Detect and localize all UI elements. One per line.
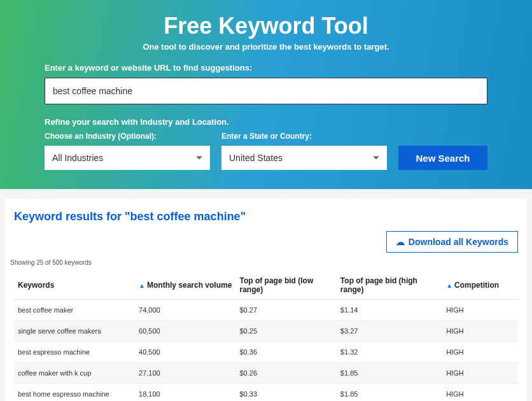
table-row: best coffee maker74,000$0.27$1.14HIGH xyxy=(14,300,518,321)
download-label: Download all Keywords xyxy=(409,237,508,247)
cell-vol: 40,500 xyxy=(135,342,235,363)
cell-low: $0.26 xyxy=(235,363,336,384)
cell-comp: HIGH xyxy=(442,321,518,342)
cloud-download-icon: ☁ xyxy=(396,237,405,247)
industry-select[interactable]: All Industries xyxy=(45,146,210,170)
cell-kw: best espresso machine xyxy=(14,342,135,363)
table-row: best home espresso machine18,100$0.33$1.… xyxy=(14,384,518,402)
cell-kw: best coffee maker xyxy=(14,300,135,321)
cell-high: $1.14 xyxy=(337,300,442,321)
cell-vol: 18,100 xyxy=(135,384,235,402)
showing-count: Showing 25 of 500 keywords xyxy=(10,259,518,266)
results-panel: Keyword results for "best coffee machine… xyxy=(5,199,527,401)
keyword-input-label: Enter a keyword or website URL to find s… xyxy=(45,63,487,73)
cell-kw: single serve coffee makers xyxy=(14,321,135,342)
industry-label: Choose an Industry (Optional): xyxy=(45,132,210,141)
hero-section: Free Keyword Tool One tool to discover a… xyxy=(0,0,532,189)
cell-kw: best home espresso machine xyxy=(14,384,135,402)
table-row: coffee maker with k cup27,100$0.26$1.85H… xyxy=(14,363,518,384)
ads-icon: ▲ xyxy=(139,282,145,289)
chevron-down-icon xyxy=(196,157,202,160)
table-header-row: Keywords ▲Monthly search volume Top of p… xyxy=(14,271,518,300)
cell-vol: 27,100 xyxy=(135,363,235,384)
cell-comp: HIGH xyxy=(442,384,518,402)
cell-high: $1.32 xyxy=(337,342,442,363)
download-all-button[interactable]: ☁ Download all Keywords xyxy=(386,231,518,253)
location-label: Enter a State or Country: xyxy=(221,132,387,141)
col-bid-high: Top of page bid (high range) xyxy=(337,271,442,300)
page-title: Free Keyword Tool xyxy=(45,13,487,39)
cell-low: $0.33 xyxy=(235,384,336,402)
col-volume: ▲Monthly search volume xyxy=(135,271,235,300)
col-competition: ▲Competition xyxy=(442,271,518,300)
results-table: Keywords ▲Monthly search volume Top of p… xyxy=(14,271,518,401)
cell-kw: coffee maker with k cup xyxy=(14,363,135,384)
cell-comp: HIGH xyxy=(442,363,518,384)
new-search-button[interactable]: New Search xyxy=(398,146,487,170)
ads-icon: ▲ xyxy=(446,282,452,289)
keyword-input[interactable] xyxy=(45,78,487,104)
col-keywords: Keywords xyxy=(14,271,135,300)
cell-comp: HIGH xyxy=(442,342,518,363)
location-select[interactable]: United States xyxy=(221,146,387,170)
refine-row: Choose an Industry (Optional): All Indus… xyxy=(45,132,487,170)
cell-vol: 74,000 xyxy=(135,300,235,321)
cell-high: $1.85 xyxy=(337,384,442,402)
cell-comp: HIGH xyxy=(442,300,518,321)
table-row: single serve coffee makers60,500$0.25$3.… xyxy=(14,321,518,342)
cell-high: $1.85 xyxy=(337,363,442,384)
col-bid-low: Top of page bid (low range) xyxy=(235,271,336,300)
location-value: United States xyxy=(229,153,283,163)
cell-vol: 60,500 xyxy=(135,321,235,342)
table-row: best espresso machine40,500$0.36$1.32HIG… xyxy=(14,342,518,363)
refine-label: Refine your search with Industry and Loc… xyxy=(45,117,487,127)
cell-low: $0.36 xyxy=(235,342,336,363)
cell-low: $0.25 xyxy=(235,321,336,342)
industry-value: All Industries xyxy=(52,153,103,163)
chevron-down-icon xyxy=(373,157,379,160)
download-row: ☁ Download all Keywords xyxy=(14,231,518,253)
cell-low: $0.27 xyxy=(235,300,336,321)
cell-high: $3.27 xyxy=(337,321,442,342)
page-subtitle: One tool to discover and prioritize the … xyxy=(45,42,487,52)
results-title: Keyword results for "best coffee machine… xyxy=(14,210,518,223)
